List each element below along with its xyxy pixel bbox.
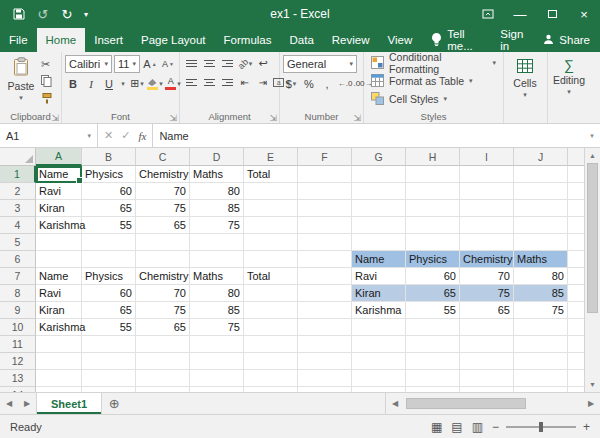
- tab-data[interactable]: Data: [281, 28, 323, 52]
- cell-E10[interactable]: [244, 319, 298, 336]
- new-sheet-icon[interactable]: ⊕: [102, 393, 126, 414]
- cell-B6[interactable]: [82, 251, 136, 268]
- cell-F2[interactable]: [298, 183, 352, 200]
- sheet-nav-left-icon[interactable]: ◀: [0, 393, 18, 414]
- cell-H9[interactable]: 55: [406, 302, 460, 319]
- cells-button[interactable]: Cells ▾: [507, 54, 543, 99]
- row-header-4[interactable]: 4: [0, 217, 36, 234]
- borders-button[interactable]: ⊞▾: [129, 75, 145, 92]
- cell-B10[interactable]: 55: [82, 319, 136, 336]
- cell-C2[interactable]: 70: [136, 183, 190, 200]
- horizontal-scroll-thumb[interactable]: [406, 398, 526, 409]
- cell-D13[interactable]: [190, 370, 244, 387]
- cell-A13[interactable]: [36, 370, 82, 387]
- cell-C4[interactable]: 65: [136, 217, 190, 234]
- row-header-7[interactable]: 7: [0, 268, 36, 285]
- tell-me-box[interactable]: Tell me...: [421, 28, 490, 52]
- cell-C8[interactable]: 70: [136, 285, 190, 302]
- number-dialog-launcher-icon[interactable]: ⇲: [353, 113, 361, 123]
- cell-G6[interactable]: Name: [352, 251, 406, 268]
- font-dialog-launcher-icon[interactable]: ⇲: [169, 113, 177, 123]
- scroll-down-icon[interactable]: ▼: [585, 377, 600, 392]
- cell-C7[interactable]: Chemistry: [136, 268, 190, 285]
- column-header-F[interactable]: F: [298, 148, 352, 166]
- cell-D11[interactable]: [190, 336, 244, 353]
- column-header-D[interactable]: D: [190, 148, 244, 166]
- cell-D8[interactable]: 80: [190, 285, 244, 302]
- vertical-scroll-thumb[interactable]: [587, 163, 598, 313]
- cell-H12[interactable]: [406, 353, 460, 370]
- tab-home[interactable]: Home: [37, 28, 86, 52]
- cell-H11[interactable]: [406, 336, 460, 353]
- row-header-6[interactable]: 6: [0, 251, 36, 268]
- cell-G10[interactable]: [352, 319, 406, 336]
- column-header-I[interactable]: I: [460, 148, 514, 166]
- row-header-12[interactable]: 12: [0, 353, 36, 370]
- cell-I4[interactable]: [460, 217, 514, 234]
- font-color-button[interactable]: A▾: [165, 75, 181, 92]
- minimize-button[interactable]: —: [504, 0, 536, 28]
- cell-F4[interactable]: [298, 217, 352, 234]
- cell-A9[interactable]: Kiran: [36, 302, 82, 319]
- cell-I11[interactable]: [460, 336, 514, 353]
- cell-I2[interactable]: [460, 183, 514, 200]
- number-format-combo[interactable]: General▾: [283, 55, 357, 73]
- cell-G3[interactable]: [352, 200, 406, 217]
- cell-E11[interactable]: [244, 336, 298, 353]
- cell-B3[interactable]: 65: [82, 200, 136, 217]
- cell-H8[interactable]: 65: [406, 285, 460, 302]
- normal-view-icon[interactable]: ▦: [431, 421, 442, 433]
- cell-F7[interactable]: [298, 268, 352, 285]
- cell-I10[interactable]: [460, 319, 514, 336]
- cell-D12[interactable]: [190, 353, 244, 370]
- cell-A3[interactable]: Kiran: [36, 200, 82, 217]
- cell-J2[interactable]: [514, 183, 568, 200]
- sheet-nav-right-icon[interactable]: ▶: [18, 393, 36, 414]
- select-all-button[interactable]: [0, 148, 36, 166]
- cell-H6[interactable]: Physics: [406, 251, 460, 268]
- cell-C6[interactable]: [136, 251, 190, 268]
- cell-C11[interactable]: [136, 336, 190, 353]
- cell-H7[interactable]: 60: [406, 268, 460, 285]
- align-right-button[interactable]: [219, 74, 235, 91]
- cell-D6[interactable]: [190, 251, 244, 268]
- cell-J12[interactable]: [514, 353, 568, 370]
- cell-H4[interactable]: [406, 217, 460, 234]
- cell-J1[interactable]: [514, 166, 568, 183]
- align-left-button[interactable]: [183, 74, 199, 91]
- name-box[interactable]: A1 ▾: [0, 124, 98, 147]
- paste-button[interactable]: Paste ▾: [3, 54, 39, 108]
- decrease-indent-button[interactable]: ⇤: [237, 74, 253, 91]
- sheet-tab-sheet1[interactable]: Sheet1: [36, 393, 102, 414]
- sign-in-button[interactable]: Sign in: [490, 28, 533, 52]
- cell-A2[interactable]: Ravi: [36, 183, 82, 200]
- format-painter-icon[interactable]: [41, 91, 53, 105]
- save-icon[interactable]: [8, 3, 30, 25]
- zoom-in-icon[interactable]: +: [583, 420, 590, 434]
- column-header-G[interactable]: G: [352, 148, 406, 166]
- underline-button[interactable]: U: [101, 75, 117, 92]
- cell-J10[interactable]: [514, 319, 568, 336]
- cell-F5[interactable]: [298, 234, 352, 251]
- currency-button[interactable]: $▾: [283, 75, 299, 92]
- cell-F6[interactable]: [298, 251, 352, 268]
- column-header-J[interactable]: J: [514, 148, 568, 166]
- cell-H2[interactable]: [406, 183, 460, 200]
- cell-E2[interactable]: [244, 183, 298, 200]
- cell-A10[interactable]: Karishma: [36, 319, 82, 336]
- alignment-dialog-launcher-icon[interactable]: ⇲: [269, 113, 277, 123]
- cell-H1[interactable]: [406, 166, 460, 183]
- underline-dropdown-icon[interactable]: ▾: [119, 75, 127, 92]
- page-break-view-icon[interactable]: ▥: [472, 421, 483, 433]
- cell-B8[interactable]: 60: [82, 285, 136, 302]
- cell-I8[interactable]: 75: [460, 285, 514, 302]
- close-button[interactable]: ×: [568, 0, 600, 28]
- cell-E3[interactable]: [244, 200, 298, 217]
- cell-A12[interactable]: [36, 353, 82, 370]
- zoom-slider-handle[interactable]: [539, 422, 543, 432]
- cell-C10[interactable]: 65: [136, 319, 190, 336]
- maximize-button[interactable]: [536, 0, 568, 28]
- insert-function-icon[interactable]: fx: [138, 130, 146, 142]
- cell-F10[interactable]: [298, 319, 352, 336]
- cancel-icon[interactable]: ✕: [104, 129, 113, 142]
